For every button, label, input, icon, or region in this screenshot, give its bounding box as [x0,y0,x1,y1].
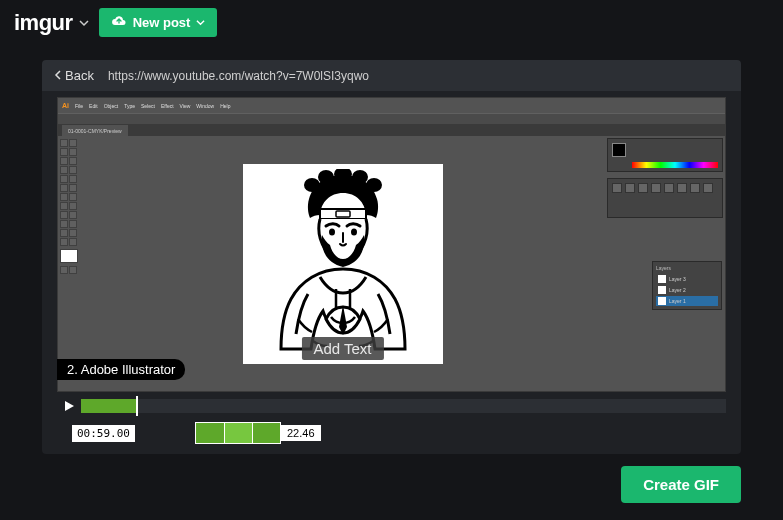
brand-text: imgur [14,10,73,36]
back-button[interactable]: Back [54,68,94,83]
svg-point-3 [352,170,368,184]
source-url: https://www.youtube.com/watch?v=7W0lSI3y… [108,69,369,83]
svg-point-4 [366,178,382,192]
start-time-chip[interactable]: 00:59.00 [72,425,135,442]
ai-doc-tab: 01-0001-CMYK/Preview [62,125,128,136]
play-button[interactable] [57,394,81,418]
svg-rect-5 [336,211,350,217]
menu-item: Select [141,103,155,109]
chevron-left-icon [54,68,62,83]
video-viewer: Ai File Edit Object Type Select Effect V… [42,91,741,454]
hue-slider [632,162,718,168]
ai-options-bar [58,113,725,125]
add-text-button[interactable]: Add Text [301,337,383,360]
gif-editor: Back https://www.youtube.com/watch?v=7W0… [0,45,783,454]
clip-timeline: 00:59.00 22.46 [57,422,726,444]
layer-row: Layer 3 [656,274,718,284]
brand-logo[interactable]: imgur [14,10,89,36]
illustrator-frame: Ai File Edit Object Type Select Effect V… [57,97,726,392]
video-progress [57,394,726,418]
cloud-upload-icon [111,15,127,30]
transform-panel [607,178,723,218]
ai-logo: Ai [62,102,69,109]
menu-item: File [75,103,83,109]
layers-panel: Layers Layer 3 Layer 2 Layer 1 [652,261,722,310]
layer-row: Layer 2 [656,285,718,295]
svg-point-0 [304,178,320,192]
svg-point-7 [351,228,357,235]
artboard: Add Text [243,164,443,364]
play-icon [63,400,75,412]
color-panel [607,138,723,172]
svg-point-6 [329,228,335,235]
ai-menubar: Ai File Edit Object Type Select Effect V… [58,98,725,113]
video-caption: 2. Adobe Illustrator [57,359,185,380]
app-header: imgur New post [0,0,783,45]
progress-fill [81,399,136,413]
svg-point-1 [318,170,334,184]
ai-doc-tabs: 01-0001-CMYK/Preview [58,125,725,136]
fill-stroke-icon [60,249,78,263]
playhead[interactable] [136,396,138,416]
menu-item: Type [124,103,135,109]
clip-segment[interactable] [195,422,281,444]
create-gif-button[interactable]: Create GIF [621,466,741,503]
ai-canvas-area: Add Text [80,136,605,391]
menu-item: Object [104,103,118,109]
new-post-label: New post [133,15,191,30]
footer: Create GIF [0,454,783,503]
menu-item: Effect [161,103,174,109]
menu-item: View [180,103,191,109]
menu-item: Edit [89,103,98,109]
menu-item: Window [196,103,214,109]
progress-track[interactable] [81,399,726,413]
menu-item: Help [220,103,230,109]
layer-row: Layer 1 [656,296,718,306]
frame-wrap: Ai File Edit Object Type Select Effect V… [57,97,726,418]
new-post-button[interactable]: New post [99,8,218,37]
chevron-down-icon [196,15,205,30]
end-time-chip[interactable]: 22.46 [281,425,321,441]
ai-workspace: Swatches Brushes Symbols [58,136,725,391]
illustration-figure [258,169,428,359]
back-label: Back [65,68,94,83]
editor-topbar: Back https://www.youtube.com/watch?v=7W0… [42,60,741,91]
chevron-down-icon [79,18,89,28]
ai-tool-panel [58,136,80,391]
